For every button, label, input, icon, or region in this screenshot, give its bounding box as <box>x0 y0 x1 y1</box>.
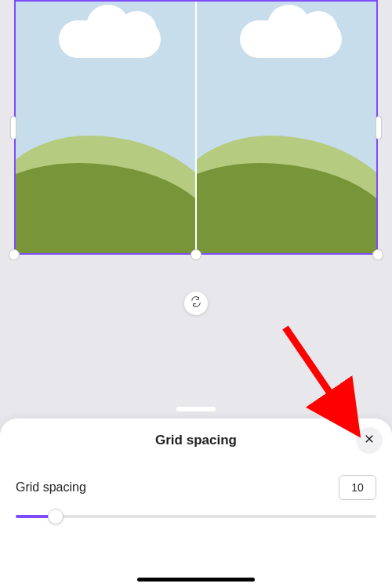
grid-container <box>16 2 376 253</box>
spacing-slider[interactable] <box>16 505 376 528</box>
close-button[interactable] <box>356 427 383 454</box>
rotate-icon <box>190 295 202 311</box>
grid-cell-right[interactable] <box>197 2 376 253</box>
image-grid-frame[interactable] <box>14 0 378 255</box>
resize-handle-left[interactable] <box>10 116 16 140</box>
panel-title: Grid spacing <box>155 433 237 448</box>
slider-track <box>16 515 376 518</box>
placeholder-cloud <box>59 20 161 58</box>
spacing-control-row: Grid spacing 10 <box>0 462 392 505</box>
home-indicator <box>137 578 255 582</box>
rotate-button[interactable] <box>184 292 208 315</box>
resize-handle-bottom-left[interactable] <box>9 249 20 260</box>
panel-header: Grid spacing <box>0 419 392 462</box>
placeholder-cloud <box>240 20 342 58</box>
slider-thumb[interactable] <box>48 509 64 524</box>
resize-handle-bottom-middle[interactable] <box>191 249 201 260</box>
close-icon <box>364 433 375 447</box>
resize-handle-right[interactable] <box>376 116 382 140</box>
resize-handle-bottom-right[interactable] <box>372 249 383 260</box>
canvas-selection[interactable] <box>14 0 378 255</box>
grid-cell-left[interactable] <box>16 2 195 253</box>
spacing-label: Grid spacing <box>16 480 86 495</box>
spacing-value-input[interactable]: 10 <box>339 475 376 500</box>
svg-line-0 <box>285 328 353 426</box>
grid-spacing-panel: Grid spacing Grid spacing 10 <box>0 419 392 587</box>
sheet-drag-handle[interactable] <box>176 407 216 411</box>
